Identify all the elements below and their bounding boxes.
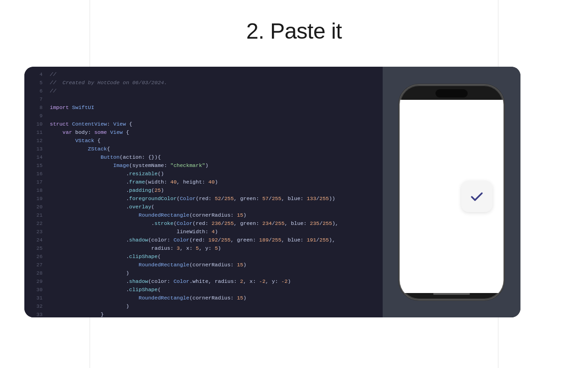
code-line: 10 struct ContentView: View {	[24, 120, 383, 128]
code-line: 4 //	[24, 70, 383, 79]
code-line: 32 )	[24, 302, 383, 310]
code-line: 25 radius: 3, x: 5, y: 5)	[24, 244, 383, 253]
code-line: 13 ZStack{	[24, 145, 383, 153]
phone-side-button	[399, 122, 399, 136]
code-content: 4 // 5 // Created by HotCode on 06/03/20…	[24, 67, 383, 317]
code-line: 27 RoundedRectangle(cornerRadius: 15)	[24, 261, 383, 269]
phone-notch	[431, 87, 472, 100]
code-line: 7	[24, 95, 383, 104]
code-line: 33 }	[24, 310, 383, 317]
phone-preview-panel	[383, 67, 520, 317]
code-line: 19 .foregroundColor(Color(red: 52/255, g…	[24, 195, 383, 203]
code-line: 20 .overlay(	[24, 203, 383, 211]
code-line: 6 //	[24, 87, 383, 95]
checkbox-widget	[461, 181, 492, 212]
code-line: 5 // Created by HotCode on 06/03/2024.	[24, 79, 383, 87]
code-line: 12 VStack {	[24, 137, 383, 145]
code-line: 9	[24, 112, 383, 120]
content-wrapper: 2. Paste it 4 // 5 // Created by HotCode…	[90, 0, 498, 368]
phone-home-bar	[433, 293, 470, 295]
phone-side-button-right	[504, 131, 504, 159]
phone-screen	[400, 100, 503, 293]
phone-side-button-volume	[399, 140, 399, 163]
code-line: 17 .frame(width: 40, height: 40)	[24, 178, 383, 186]
code-line: 24 .shadow(color: Color(red: 192/255, gr…	[24, 236, 383, 244]
step-title: 2. Paste it	[246, 18, 342, 44]
code-line: 11 var body: some View {	[24, 128, 383, 137]
code-line: 15 Image(systemName: "checkmark")	[24, 161, 383, 170]
phone-notch-inner	[435, 89, 468, 98]
code-line: 30 .clipShape(	[24, 286, 383, 294]
code-line: 28 )	[24, 269, 383, 277]
demo-section: 4 // 5 // Created by HotCode on 06/03/20…	[24, 67, 520, 317]
code-line: 21 RoundedRectangle(cornerRadius: 15)	[24, 211, 383, 219]
code-line: 8 import SwiftUI	[24, 104, 383, 112]
page: 2. Paste it 4 // 5 // Created by HotCode…	[0, 0, 588, 368]
code-line: 22 .stroke(Color(red: 236/255, green: 23…	[24, 219, 383, 228]
phone-frame	[399, 84, 504, 300]
code-line: 14 Button(action: {}){	[24, 153, 383, 161]
code-line: 18 .padding(25)	[24, 186, 383, 195]
title-section: 2. Paste it	[246, 0, 342, 67]
code-line: 16 .resizable()	[24, 170, 383, 178]
code-line: 23 lineWidth: 4)	[24, 228, 383, 236]
code-line: 31 RoundedRectangle(cornerRadius: 15)	[24, 294, 383, 302]
code-line: 26 .clipShape(	[24, 253, 383, 261]
checkmark-icon	[469, 188, 485, 205]
code-line: 29 .shadow(color: Color.white, radius: 2…	[24, 277, 383, 286]
code-editor-panel: 4 // 5 // Created by HotCode on 06/03/20…	[24, 67, 383, 317]
